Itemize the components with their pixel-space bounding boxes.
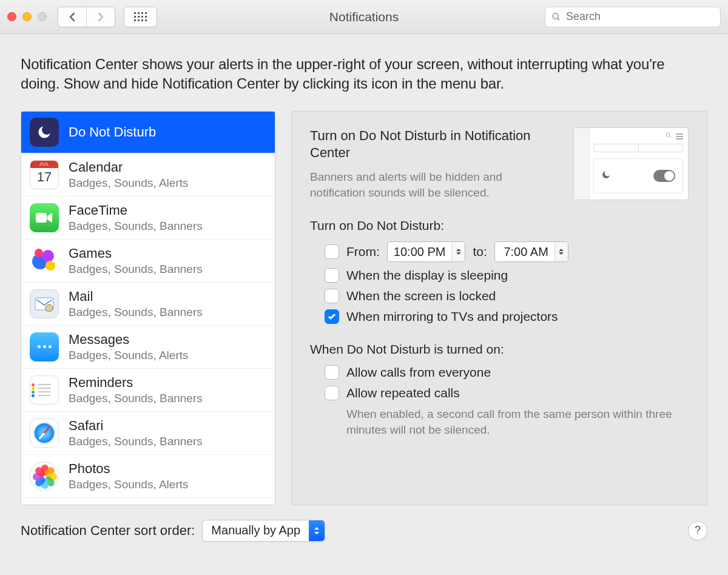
option-when-mirroring: When mirroring to TVs and projectors [325, 309, 689, 324]
stepper-arrows[interactable] [451, 242, 465, 261]
svg-point-5 [666, 133, 670, 136]
search-input[interactable] [566, 10, 714, 23]
forward-button[interactable] [86, 7, 115, 27]
messages-icon [30, 332, 59, 361]
app-name: Do Not Disturb [69, 124, 156, 140]
app-item-safari[interactable]: Safari Badges, Sounds, Banners [21, 412, 275, 455]
svg-rect-2 [36, 213, 47, 223]
chevron-up-icon [314, 526, 320, 530]
stepper-arrows[interactable] [554, 242, 568, 261]
photos-icon [30, 462, 59, 491]
chevron-down-icon [314, 531, 320, 535]
window-minimize-button[interactable] [22, 12, 32, 21]
allow-repeated-checkbox[interactable] [325, 386, 339, 400]
schedule-from-checkbox[interactable] [325, 244, 339, 259]
search-icon [665, 132, 672, 139]
app-item-photos[interactable]: Photos Badges, Sounds, Alerts [21, 455, 275, 498]
panel-heading: Turn on Do Not Disturb in Notification C… [310, 127, 559, 162]
help-button[interactable]: ? [688, 521, 707, 540]
app-list[interactable]: Do Not Disturb JUL 17 Calendar Badges, S… [21, 111, 275, 505]
moon-icon [30, 118, 59, 147]
app-subtitle: Badges, Sounds, Banners [69, 435, 203, 448]
safari-icon [30, 419, 59, 448]
mail-icon [30, 289, 59, 318]
svg-point-4 [46, 304, 53, 312]
window-title: Notifications [329, 10, 399, 24]
app-subtitle: Badges, Sounds, Alerts [69, 177, 189, 190]
allow-everyone-label: Allow calls from everyone [346, 365, 491, 380]
allow-repeated-hint: When enabled, a second call from the sam… [346, 406, 689, 437]
from-time-value: 10:00 PM [388, 245, 452, 259]
show-all-prefs-button[interactable] [124, 7, 157, 27]
svg-line-1 [558, 18, 559, 20]
toggle-icon [653, 170, 675, 182]
app-name: Calendar [69, 160, 189, 175]
main-panels: Do Not Disturb JUL 17 Calendar Badges, S… [21, 111, 707, 505]
window-zoom-button[interactable] [38, 12, 47, 21]
facetime-icon [30, 203, 59, 232]
app-name: Mail [69, 289, 203, 304]
schedule-section-title: Turn on Do Not Disturb: [310, 218, 689, 233]
sort-order-label: Notification Center sort order: [21, 523, 195, 539]
footer: Notification Center sort order: Manually… [0, 505, 728, 542]
app-subtitle: Badges, Sounds, Banners [69, 392, 203, 405]
app-item-reminders[interactable]: Reminders Badges, Sounds, Banners [21, 369, 275, 412]
chevron-down-icon [456, 252, 462, 255]
nav-segmented-control [58, 7, 115, 27]
chevron-down-icon [558, 252, 564, 255]
reminders-icon [30, 375, 59, 405]
app-subtitle: Badges, Sounds, Banners [69, 220, 203, 233]
allow-repeated-label: Allow repeated calls [346, 386, 460, 400]
when-mirroring-checkbox[interactable] [325, 309, 339, 324]
game-center-icon [30, 246, 59, 275]
dnd-settings-panel: Turn on Do Not Disturb in Notification C… [291, 111, 707, 505]
app-subtitle: Badges, Sounds, Banners [69, 263, 203, 276]
from-label: From: [346, 244, 380, 259]
app-item-games[interactable]: Games Badges, Sounds, Banners [21, 240, 275, 283]
list-icon [676, 132, 683, 138]
option-when-sleeping: When the display is sleeping [325, 268, 689, 283]
app-name: FaceTime [69, 203, 203, 218]
app-subtitle: Badges, Sounds, Banners [69, 306, 203, 319]
option-allow-repeated: Allow repeated calls [325, 386, 689, 400]
chevron-left-icon [69, 12, 76, 22]
app-item-calendar[interactable]: JUL 17 Calendar Badges, Sounds, Alerts [21, 153, 275, 197]
app-item-do-not-disturb[interactable]: Do Not Disturb [21, 112, 275, 153]
when-sleeping-checkbox[interactable] [325, 268, 339, 283]
svg-line-6 [670, 136, 671, 137]
to-label: to: [473, 244, 487, 259]
app-item-mail[interactable]: Mail Badges, Sounds, Banners [21, 283, 275, 326]
grid-icon [134, 12, 147, 21]
app-item-messages[interactable]: Messages Badges, Sounds, Alerts [21, 326, 275, 369]
app-name: Messages [69, 332, 189, 348]
when-locked-checkbox[interactable] [325, 289, 339, 303]
notification-center-preview [573, 127, 689, 200]
when-locked-label: When the screen is locked [346, 289, 496, 303]
window-close-button[interactable] [7, 12, 16, 21]
select-arrows [309, 520, 325, 541]
calendar-icon: JUL 17 [30, 160, 59, 189]
from-time-stepper[interactable]: 10:00 PM [387, 241, 466, 262]
checkmark-icon [327, 312, 337, 321]
allow-everyone-checkbox[interactable] [325, 365, 339, 380]
to-time-stepper[interactable]: 7:00 AM [494, 241, 568, 262]
app-item-facetime[interactable]: FaceTime Badges, Sounds, Banners [21, 197, 275, 240]
moon-icon [601, 170, 611, 182]
when-on-section-title: When Do Not Disturb is turned on: [310, 342, 689, 357]
traffic-lights [7, 12, 47, 21]
intro-text: Notification Center shows your alerts in… [21, 55, 707, 94]
app-name: Games [69, 246, 203, 261]
to-time-value: 7:00 AM [495, 245, 554, 259]
app-subtitle: Badges, Sounds, Alerts [69, 349, 189, 362]
search-field[interactable] [545, 7, 721, 27]
app-subtitle: Badges, Sounds, Alerts [69, 478, 189, 491]
sort-order-select[interactable]: Manually by App [202, 520, 325, 542]
sort-order-value: Manually by App [203, 520, 309, 541]
option-when-locked: When the screen is locked [325, 289, 689, 303]
app-name: Reminders [69, 375, 203, 391]
content-area: Notification Center shows your alerts in… [0, 34, 728, 505]
search-icon [551, 12, 561, 22]
svg-point-0 [553, 13, 558, 19]
back-button[interactable] [58, 7, 86, 27]
app-name: Safari [69, 418, 203, 434]
